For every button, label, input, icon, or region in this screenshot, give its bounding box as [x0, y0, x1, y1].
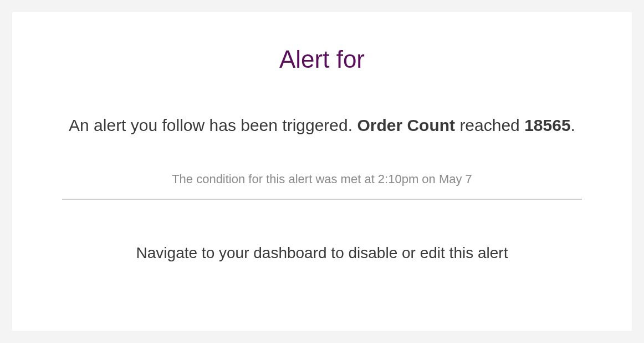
- alert-message: An alert you follow has been triggered. …: [62, 112, 582, 139]
- alert-condition-text: The condition for this alert was met at …: [62, 172, 582, 186]
- alert-title: Alert for: [62, 46, 582, 73]
- alert-message-between: reached: [455, 116, 524, 134]
- alert-card: Alert for An alert you follow has been t…: [12, 12, 632, 331]
- alert-metric-name: Order Count: [357, 116, 455, 134]
- alert-metric-value: 18565: [524, 116, 570, 134]
- alert-footer-text: Navigate to your dashboard to disable or…: [62, 244, 582, 262]
- alert-message-suffix: .: [571, 116, 575, 134]
- divider: [62, 199, 582, 200]
- alert-message-prefix: An alert you follow has been triggered.: [69, 116, 357, 134]
